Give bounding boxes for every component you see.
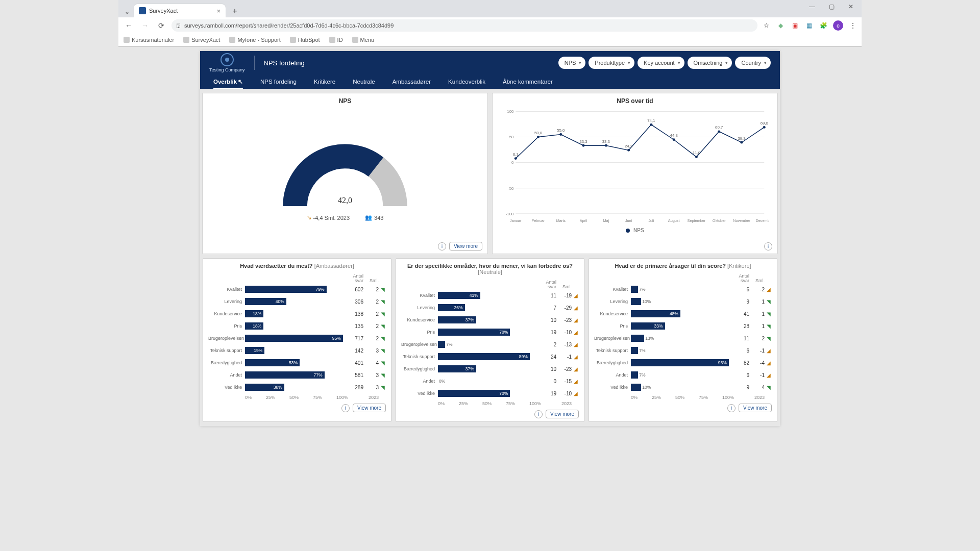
filter-pill[interactable]: Omsætning▾ xyxy=(688,57,732,69)
view-more-button[interactable]: View more xyxy=(449,242,482,251)
sml-value: 2 xyxy=(750,336,765,341)
minimize-button[interactable]: — xyxy=(803,1,821,12)
line-legend: NPS xyxy=(501,228,769,233)
bar-row: Brugeroplevelsen 7% 2 -13 ◢ xyxy=(401,338,579,350)
forward-button[interactable]: → xyxy=(139,19,151,32)
svg-text:50,0: 50,0 xyxy=(534,131,542,135)
nav-tab[interactable]: Ambassadører xyxy=(393,74,431,89)
chrome-actions: ☆ ◆ ▣ ▦ 🧩 o ⋮ xyxy=(762,20,857,31)
url-input[interactable]: ⍰ surveys.ramboll.com/report/shared/rend… xyxy=(172,19,757,32)
bar-card: Hvad værdsætter du mest? [Ambassadører] … xyxy=(203,258,391,422)
svg-text:100: 100 xyxy=(507,109,513,114)
view-more-button[interactable]: View more xyxy=(546,410,579,418)
filter-pill[interactable]: Key account▾ xyxy=(638,57,684,69)
sml-value: -19 xyxy=(557,293,572,298)
antal-svar: 581 xyxy=(349,372,363,378)
brand-divider xyxy=(254,56,255,70)
svg-text:Oktober: Oktober xyxy=(713,219,726,223)
bookmark-item[interactable]: Menu xyxy=(352,37,375,43)
bar-label: Ved ikke xyxy=(594,385,630,390)
legend-dot-icon xyxy=(626,229,630,233)
app-nav: Overblik↖NPS fordelingKritikereNeutraleA… xyxy=(200,74,780,89)
svg-text:0: 0 xyxy=(511,161,513,165)
antal-svar: 19 xyxy=(542,330,556,335)
antal-svar: 41 xyxy=(735,311,749,317)
svg-text:69,0: 69,0 xyxy=(761,121,768,126)
kebab-menu-icon[interactable]: ⋮ xyxy=(848,21,857,30)
bookmark-favicon-icon xyxy=(183,37,189,43)
sml-value: 2 xyxy=(364,299,379,305)
bar-track: 7% xyxy=(631,286,734,293)
view-more-button[interactable]: View more xyxy=(353,404,386,412)
reload-button[interactable]: ⟳ xyxy=(155,19,167,32)
bar-row: Andet 77% 581 3 ◥ xyxy=(208,369,386,381)
bar-label: Ved ikke xyxy=(401,391,437,396)
extensions-icon[interactable]: 🧩 xyxy=(819,21,828,30)
nav-tab[interactable]: Kritikere xyxy=(314,74,335,89)
trend-up-icon: ◥ xyxy=(381,323,385,329)
antal-svar: 138 xyxy=(349,311,363,317)
close-window-button[interactable]: ✕ xyxy=(842,1,860,12)
tabs-menu-icon[interactable]: ⌄ xyxy=(121,6,133,17)
antal-svar: 306 xyxy=(349,299,363,305)
bar-row: Levering 40% 306 2 ◥ xyxy=(208,295,386,308)
profile-avatar[interactable]: o xyxy=(833,20,843,31)
page-title: NPS fordeling xyxy=(264,59,305,67)
extension-icon-3[interactable]: ▦ xyxy=(804,21,814,30)
bar-track: 95% xyxy=(631,359,734,366)
nav-tab[interactable]: NPS fordeling xyxy=(260,74,297,89)
nav-tab[interactable]: Neutrale xyxy=(353,74,375,89)
bar-track: 70% xyxy=(438,390,541,397)
bookmark-item[interactable]: ID xyxy=(329,37,343,43)
sml-value: -15 xyxy=(557,379,572,384)
bar-row: Pris 70% 19 -10 ◢ xyxy=(401,326,579,338)
nav-tab[interactable]: Overblik↖ xyxy=(213,74,243,89)
back-button[interactable]: ← xyxy=(122,19,135,32)
extension-puzzle-icon[interactable]: ◆ xyxy=(776,21,785,30)
filter-pill[interactable]: Produkttype▾ xyxy=(589,57,634,69)
bar-track: 7% xyxy=(631,347,734,354)
info-icon[interactable]: i xyxy=(534,410,543,418)
nav-tab[interactable]: Åbne kommentarer xyxy=(503,74,553,89)
svg-text:Februar: Februar xyxy=(532,219,545,223)
trend-down-icon: ◢ xyxy=(767,372,771,378)
bar-row: Bæredygtighed 95% 82 -4 ◢ xyxy=(594,357,772,369)
antal-svar: 28 xyxy=(735,323,749,329)
bar-label: Teknisk support xyxy=(401,354,437,359)
bar-row: Ved ikke 38% 289 3 ◥ xyxy=(208,381,386,393)
bookmark-item[interactable]: Myfone - Support xyxy=(229,37,280,43)
trend-down-icon: ◢ xyxy=(574,330,578,335)
star-icon[interactable]: ☆ xyxy=(762,21,771,30)
new-tab-button[interactable]: + xyxy=(229,5,241,17)
bar-track: 41% xyxy=(438,292,541,299)
trend-up-icon: ◥ xyxy=(767,323,771,329)
info-icon[interactable]: i xyxy=(727,404,736,412)
bar-track: 89% xyxy=(438,353,541,360)
trend-down-icon: ◢ xyxy=(574,342,578,347)
svg-text:August: August xyxy=(668,219,680,223)
bookmark-item[interactable]: Kursusmaterialer xyxy=(124,37,174,43)
info-icon[interactable]: i xyxy=(341,404,350,412)
trend-down-icon: ◢ xyxy=(574,305,578,311)
bar-label: Andet xyxy=(208,372,244,378)
antal-svar: 289 xyxy=(349,385,363,390)
bookmark-item[interactable]: HubSpot xyxy=(290,37,320,43)
maximize-button[interactable]: ▢ xyxy=(823,1,840,12)
info-icon[interactable]: i xyxy=(438,242,446,251)
filter-pill[interactable]: NPS▾ xyxy=(558,57,586,69)
site-info-icon[interactable]: ⍰ xyxy=(177,22,180,29)
bar-label: Brugeroplevelsen xyxy=(594,336,630,341)
extension-icon-2[interactable]: ▣ xyxy=(790,21,799,30)
close-tab-icon[interactable]: × xyxy=(216,7,220,15)
x-axis: 0%25%50%75%100% xyxy=(245,395,348,400)
card-subtitle: [Ambassadører] xyxy=(314,263,354,269)
card-title-text: Er der specifikke områder, hvor du mener… xyxy=(407,263,573,269)
view-more-button[interactable]: View more xyxy=(739,404,772,412)
bookmark-item[interactable]: SurveyXact xyxy=(183,37,220,43)
gauge-n: 👥 343 xyxy=(365,214,383,221)
nav-tab[interactable]: Kundeoverblik xyxy=(448,74,485,89)
filter-pill[interactable]: Country▾ xyxy=(735,57,771,69)
info-icon[interactable]: i xyxy=(764,242,772,251)
browser-tab[interactable]: SurveyXact × xyxy=(134,4,226,17)
bar-row: Pris 33% 28 1 ◥ xyxy=(594,320,772,332)
